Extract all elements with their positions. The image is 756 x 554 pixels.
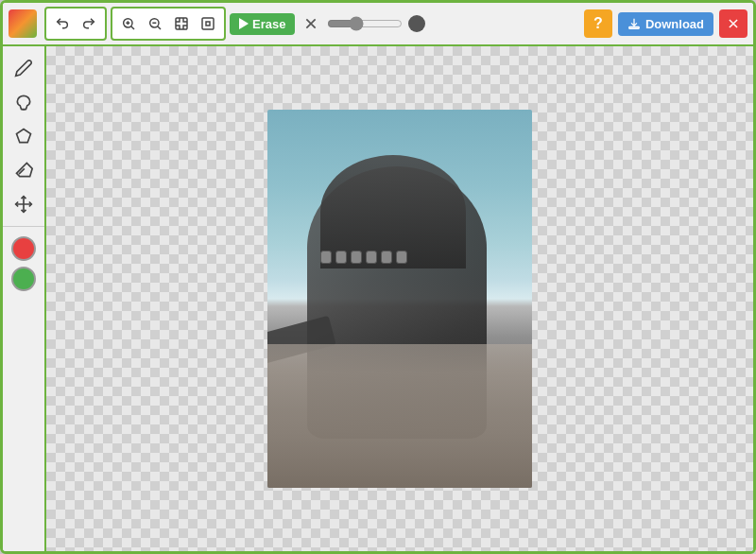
svg-line-6 [158, 26, 161, 29]
brush-size-control [327, 15, 425, 32]
sidebar [3, 46, 46, 551]
undo-button[interactable] [50, 11, 75, 36]
window-6 [396, 251, 407, 264]
window-3 [351, 251, 362, 264]
help-button[interactable]: ? [584, 9, 612, 38]
download-label: Download [645, 17, 704, 31]
cancel-button[interactable] [299, 11, 323, 36]
window-4 [366, 251, 377, 264]
app-logo [9, 9, 37, 38]
move-tool-button[interactable] [8, 188, 40, 220]
history-tools [44, 7, 107, 41]
move-icon [14, 195, 33, 214]
svg-marker-14 [17, 130, 31, 143]
download-icon [627, 17, 641, 30]
eraser-icon [14, 161, 33, 180]
zoom-fit-button[interactable] [169, 11, 194, 36]
foreground-color-button[interactable] [11, 236, 36, 261]
brush-size-slider[interactable] [327, 16, 403, 31]
lasso-tool-button[interactable] [8, 86, 40, 118]
svg-rect-11 [629, 27, 640, 29]
window-5 [381, 251, 392, 264]
window-2 [335, 251, 347, 264]
zoom-out-button[interactable] [143, 11, 167, 36]
toolbar: Erase ? Download [3, 3, 753, 46]
airplane-photo [267, 110, 532, 488]
play-icon [239, 18, 249, 29]
svg-rect-8 [202, 18, 214, 29]
polygon-tool-button[interactable] [8, 120, 40, 152]
svg-line-3 [131, 26, 134, 29]
close-button[interactable] [719, 9, 747, 38]
airplane-windows [315, 223, 487, 291]
zoom-tools [111, 7, 226, 41]
polygon-icon [14, 127, 33, 146]
brush-preview [408, 15, 425, 32]
erase-label: Erase [252, 17, 285, 31]
sidebar-divider [3, 226, 44, 227]
window-1 [320, 251, 332, 264]
lasso-icon [14, 93, 33, 112]
app-container: Erase ? Download [0, 0, 756, 554]
pencil-tool-button[interactable] [8, 52, 40, 84]
ground-snow [267, 344, 532, 488]
pencil-icon [14, 59, 33, 78]
main-area [3, 46, 753, 551]
canvas-area[interactable] [46, 46, 753, 551]
close-icon [727, 17, 740, 30]
redo-button[interactable] [77, 11, 101, 36]
download-button[interactable]: Download [618, 12, 713, 36]
eraser-tool-button[interactable] [8, 154, 40, 186]
zoom-in-button[interactable] [116, 11, 141, 36]
erase-button[interactable]: Erase [230, 13, 295, 35]
help-label: ? [593, 15, 603, 32]
canvas-image [267, 110, 532, 488]
header-right: ? Download [584, 9, 747, 38]
zoom-actual-button[interactable] [196, 11, 220, 36]
svg-rect-7 [176, 18, 187, 29]
background-color-button[interactable] [11, 267, 36, 291]
